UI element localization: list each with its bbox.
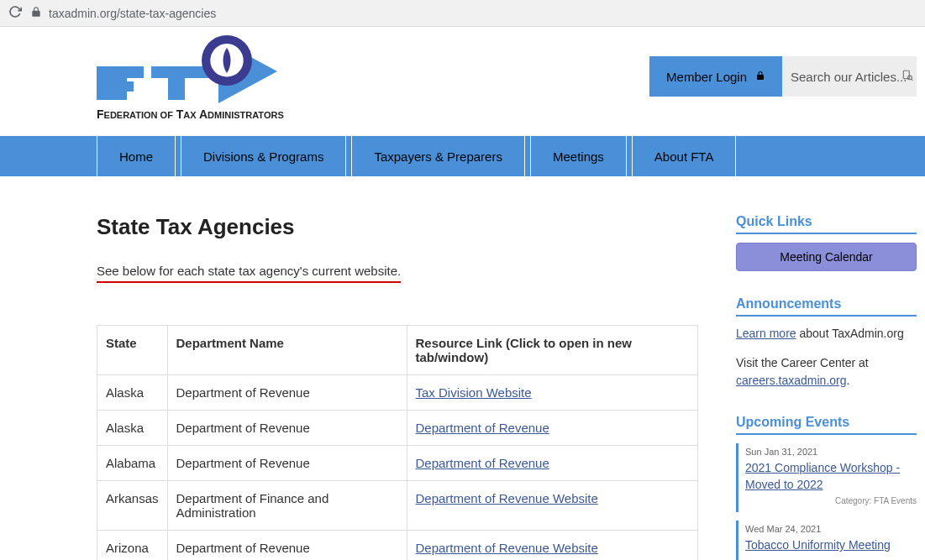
cell-dept: Department of Revenue	[167, 375, 407, 411]
table-row: ArizonaDepartment of RevenueDepartment o…	[97, 531, 698, 561]
event-link[interactable]: 2021 Compliance Workshop - Moved to 2022	[745, 460, 917, 493]
cell-state: Alaska	[97, 411, 168, 446]
table-header: Department Name	[167, 326, 407, 375]
lock-icon	[755, 70, 765, 84]
cell-dept: Department of Finance and Administration	[167, 481, 407, 531]
site-header: FEDERATION OF TAX ADMINISTRATORS Member …	[0, 27, 925, 126]
page-title: State Tax Agencies	[97, 214, 698, 240]
upcoming-events-block: Upcoming Events Sun Jan 31, 20212021 Com…	[736, 415, 917, 560]
table-header: State	[97, 326, 168, 375]
search-icon[interactable]	[901, 70, 913, 84]
event-date: Wed Mar 24, 2021	[745, 524, 917, 534]
career-pre: Visit the Career Center at	[736, 356, 869, 369]
cell-link: Department of Revenue	[407, 446, 698, 481]
resource-link[interactable]: Department of Revenue	[416, 456, 549, 470]
resource-link[interactable]: Tax Division Website	[416, 385, 532, 400]
announcements-block: Announcements Learn more about TaxAdmin.…	[736, 296, 917, 390]
cell-state: Alabama	[97, 446, 168, 481]
browser-address-bar: taxadmin.org/state-tax-agencies	[0, 0, 925, 27]
nav-item-divisions-programs[interactable]: Divisions & Programs	[181, 136, 346, 176]
cell-state: Alaska	[97, 375, 168, 411]
url-text: taxadmin.org/state-tax-agencies	[49, 7, 216, 20]
cell-link: Tax Division Website	[407, 375, 698, 411]
cell-link: Department of Revenue Website	[407, 481, 698, 531]
cell-link: Department of Revenue	[407, 411, 698, 446]
svg-rect-4	[168, 66, 185, 100]
svg-text:FEDERATION OF TAX ADMINISTRATO: FEDERATION OF TAX ADMINISTRATORS	[97, 107, 284, 121]
agencies-table: StateDepartment NameResource Link (Click…	[97, 325, 698, 560]
table-row: AlaskaDepartment of RevenueDepartment of…	[97, 411, 698, 446]
nav-item-taxpayers-preparers[interactable]: Taxpayers & Preparers	[351, 136, 525, 176]
event-date: Sun Jan 31, 2021	[745, 447, 917, 457]
nav-item-home[interactable]: Home	[97, 136, 176, 176]
table-header: Resource Link (Click to open in new tab/…	[407, 326, 698, 375]
learn-more-link[interactable]: Learn more	[736, 327, 796, 340]
nav-item-meetings[interactable]: Meetings	[530, 136, 627, 176]
cell-link: Department of Revenue Website	[407, 531, 698, 561]
lock-icon	[30, 6, 42, 20]
svg-rect-9	[903, 71, 909, 78]
svg-line-11	[912, 79, 913, 81]
cell-dept: Department of Revenue	[167, 531, 407, 561]
member-login-button[interactable]: Member Login	[649, 56, 782, 97]
svg-rect-1	[97, 66, 144, 78]
cell-dept: Department of Revenue	[167, 446, 407, 481]
event-link[interactable]: Tobacco Uniformity Meeting	[745, 537, 917, 554]
meeting-calendar-button[interactable]: Meeting Calendar	[736, 243, 917, 271]
event-category: Category: FTA Events	[745, 496, 917, 505]
page-subtitle: See below for each state tax agency's cu…	[97, 264, 401, 283]
resource-link[interactable]: Department of Revenue Website	[416, 541, 598, 555]
site-logo[interactable]: FEDERATION OF TAX ADMINISTRATORS	[92, 31, 294, 126]
svg-point-7	[202, 35, 252, 86]
reload-icon[interactable]	[8, 5, 22, 21]
cell-state: Arizona	[97, 531, 168, 561]
svg-rect-2	[97, 81, 134, 92]
cell-state: Arkansas	[97, 481, 168, 531]
career-link[interactable]: careers.taxadmin.org	[736, 374, 847, 387]
table-row: AlabamaDepartment of RevenueDepartment o…	[97, 446, 698, 481]
event-item: Wed Mar 24, 2021Tobacco Uniformity Meeti…	[736, 521, 917, 560]
url-bar[interactable]: taxadmin.org/state-tax-agencies	[30, 4, 917, 22]
quick-links-block: Quick Links Meeting Calendar	[736, 214, 917, 271]
table-row: AlaskaDepartment of RevenueTax Division …	[97, 375, 698, 411]
events-heading: Upcoming Events	[736, 415, 917, 435]
login-label: Member Login	[666, 70, 747, 84]
table-row: ArkansasDepartment of Finance and Admini…	[97, 481, 698, 531]
resource-link[interactable]: Department of Revenue	[416, 421, 549, 435]
nav-item-about-fta[interactable]: About FTA	[632, 136, 737, 176]
career-tail: .	[847, 374, 850, 387]
cell-dept: Department of Revenue	[167, 411, 407, 446]
announcements-heading: Announcements	[736, 296, 917, 317]
search-input[interactable]	[791, 70, 908, 84]
svg-point-10	[908, 76, 912, 80]
search-box	[782, 56, 917, 97]
main-nav: HomeDivisions & ProgramsTaxpayers & Prep…	[0, 136, 925, 176]
resource-link[interactable]: Department of Revenue Website	[416, 491, 598, 505]
event-item: Sun Jan 31, 20212021 Compliance Workshop…	[736, 443, 917, 512]
learn-more-tail: about TaxAdmin.org	[796, 327, 904, 340]
quick-links-heading: Quick Links	[736, 214, 917, 234]
